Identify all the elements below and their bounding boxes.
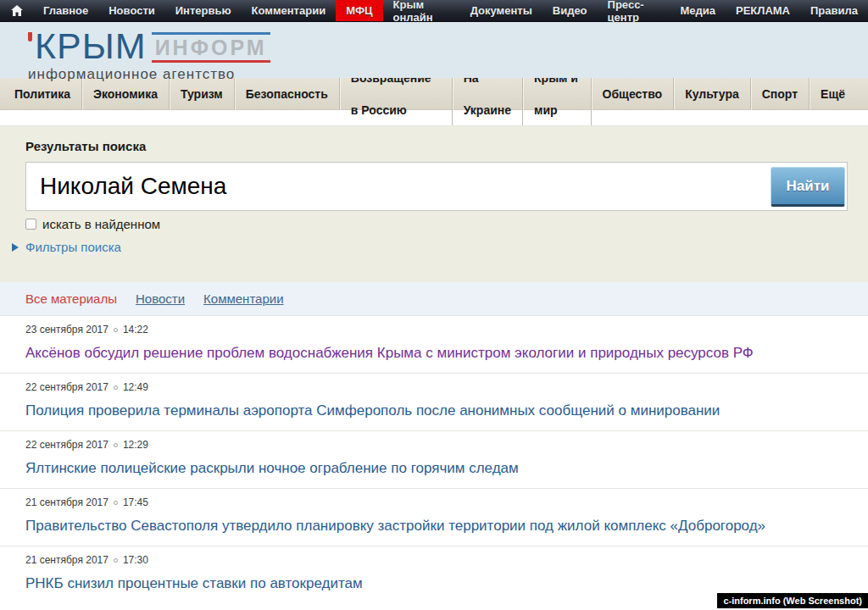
search-result-4: 21 сентября 2017 17:45 Правительство Сев…	[0, 488, 868, 546]
result-date: 21 сентября 2017	[25, 554, 108, 566]
search-result-2: 22 сентября 2017 12:49 Полиция проверила…	[0, 373, 868, 430]
topbar-item-intervyu[interactable]: Интервью	[165, 0, 242, 21]
site-header: КРЫМ ИНФОРМ информационное агентство	[0, 22, 868, 78]
result-time: 12:49	[123, 381, 148, 393]
logo-secondary-text: ИНФОРМ	[152, 32, 270, 63]
topbar-item-dokumenty[interactable]: Документы	[460, 0, 542, 21]
search-input[interactable]	[26, 163, 755, 210]
page: Главное Новости Интервью Комментарии МФЦ…	[0, 0, 868, 610]
result-date-line: 21 сентября 2017 17:45	[25, 496, 843, 508]
search-result-1: 23 сентября 2017 14:22 Аксёнов обсудил р…	[0, 316, 868, 373]
date-time-separator-icon	[114, 385, 118, 390]
top-navigation-bar: Главное Новости Интервью Комментарии МФЦ…	[0, 0, 868, 22]
result-date-line: 22 сентября 2017 12:29	[25, 439, 843, 451]
date-time-separator-icon	[114, 328, 118, 332]
search-in-found-checkbox[interactable]	[25, 219, 36, 230]
search-results-heading: Результаты поиска	[25, 139, 848, 153]
topbar-item-glavnoe[interactable]: Главное	[33, 0, 98, 21]
result-title-link[interactable]: Правительство Севастополя утвердило план…	[25, 517, 765, 535]
result-title-link[interactable]: РНКБ снизил процентные ставки по автокре…	[25, 574, 363, 592]
catnav-item-eshchyo[interactable]: Ещё	[810, 78, 856, 110]
result-time: 14:22	[123, 324, 148, 336]
tab-comments[interactable]: Комментарии	[203, 291, 283, 306]
search-results-list: 23 сентября 2017 14:22 Аксёнов обсудил р…	[0, 316, 868, 603]
result-date-line: 22 сентября 2017 12:49	[25, 381, 843, 393]
catnav-item-obshchestvo[interactable]: Общество	[592, 78, 675, 110]
logo-red-i-accent	[28, 30, 33, 42]
search-filters-row: Фильтры поиска	[12, 240, 848, 254]
topbar-item-press-centr[interactable]: Пресс-центр	[598, 0, 670, 21]
date-time-separator-icon	[114, 501, 118, 505]
search-in-found-label: искать в найденном	[42, 217, 160, 231]
home-icon[interactable]	[0, 0, 33, 21]
topbar-item-pravila[interactable]: Правила	[800, 0, 868, 21]
logo-tagline: информационное агентство	[28, 66, 270, 83]
triangle-right-icon	[12, 243, 19, 252]
search-box: Найти	[25, 162, 848, 211]
topbar-item-video[interactable]: Видео	[542, 0, 598, 21]
result-date-line: 21 сентября 2017 17:30	[25, 554, 843, 566]
result-title-link[interactable]: Полиция проверила терминалы аэропорта Си…	[25, 402, 720, 419]
date-time-separator-icon	[114, 558, 118, 563]
tab-news[interactable]: Новости	[136, 291, 185, 306]
search-filters-link[interactable]: Фильтры поиска	[25, 240, 121, 254]
logo-main-text: КРЫМ	[28, 28, 147, 64]
search-submit-button[interactable]: Найти	[771, 167, 845, 207]
result-time: 17:30	[123, 554, 148, 566]
search-in-found-row: искать в найденном	[25, 217, 848, 231]
topbar-item-mfc[interactable]: МФЦ	[336, 0, 382, 21]
topbar-item-reklama[interactable]: РЕКЛАМА	[726, 0, 800, 21]
topbar-item-media[interactable]: Медиа	[670, 0, 726, 21]
result-date: 23 сентября 2017	[25, 324, 108, 336]
result-time: 12:29	[123, 439, 148, 451]
result-date: 22 сентября 2017	[25, 381, 108, 393]
results-tabs: Все материалы Новости Комментарии	[0, 282, 868, 316]
topbar-item-krym-online[interactable]: Крым онлайн	[383, 0, 460, 21]
search-result-3: 22 сентября 2017 12:29 Ялтинские полицей…	[0, 430, 868, 488]
catnav-item-sport[interactable]: Спорт	[751, 78, 810, 110]
topbar-item-novosti[interactable]: Новости	[98, 0, 165, 21]
tab-all-materials[interactable]: Все материалы	[25, 291, 117, 306]
screenshot-watermark: c-inform.info (Web Screenshot)	[717, 593, 868, 608]
result-title-link[interactable]: Ялтинские полицейские раскрыли ночное ог…	[25, 459, 519, 477]
result-title-link[interactable]: Аксёнов обсудил решение проблем водоснаб…	[25, 344, 754, 362]
result-date: 22 сентября 2017	[25, 439, 108, 451]
catnav-item-kultura[interactable]: Культура	[674, 78, 751, 110]
date-time-separator-icon	[114, 443, 118, 447]
result-date-line: 23 сентября 2017 14:22	[25, 324, 843, 336]
result-time: 17:45	[123, 496, 148, 508]
site-logo[interactable]: КРЫМ ИНФОРМ информационное агентство	[28, 28, 270, 83]
topbar-item-kommentarii[interactable]: Комментарии	[242, 0, 337, 21]
search-panel: Результаты поиска Найти искать в найденн…	[0, 125, 868, 282]
result-date: 21 сентября 2017	[25, 496, 108, 508]
